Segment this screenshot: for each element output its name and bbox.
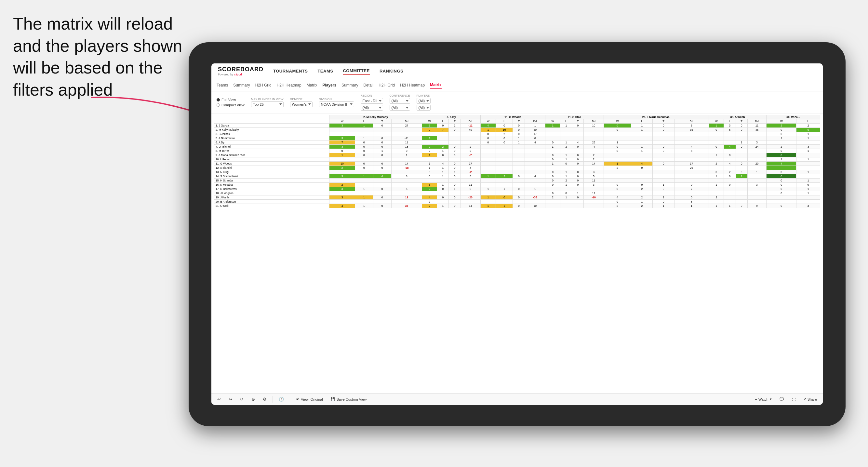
sub-l6: L bbox=[724, 119, 736, 124]
annotation-text: The matrix will reload and the players s… bbox=[13, 13, 202, 101]
toolbar-comment[interactable]: 💬 bbox=[778, 397, 786, 402]
full-view-label: Full View bbox=[221, 98, 236, 102]
col-header-schumac: 23. L Marie Schumac. bbox=[603, 115, 709, 119]
toolbar-watch[interactable]: ● Watch ▾ bbox=[753, 397, 773, 402]
division-select[interactable]: NCAA Division II NCAA Division I NCAA Di… bbox=[319, 101, 354, 107]
sub-l3: L bbox=[496, 119, 513, 124]
toolbar-settings[interactable]: ⚙ bbox=[261, 396, 269, 402]
col-header-player bbox=[214, 115, 330, 124]
comment-icon: 💬 bbox=[779, 397, 784, 401]
nav-tournaments[interactable]: TOURNAMENTS bbox=[273, 67, 308, 75]
player-name: 18. J Hodgson bbox=[214, 191, 330, 195]
matrix-content[interactable]: 2. M Kelly Mulcahy 6. A Dy 11. G Woods 2… bbox=[211, 114, 823, 393]
toolbar-clock[interactable]: 🕐 bbox=[277, 396, 286, 402]
gender-label: Gender bbox=[290, 98, 313, 101]
top-nav: SCOREBOARD Powered by clippd TOURNAMENTS… bbox=[211, 63, 823, 79]
subnav-summary[interactable]: Summary bbox=[233, 82, 250, 89]
player-name: 2. M Kelly Mulcahy bbox=[214, 128, 330, 132]
sub-dif2: Dif bbox=[461, 119, 480, 124]
subnav-detail[interactable]: Detail bbox=[363, 82, 373, 89]
player-name: 10. L Perini bbox=[214, 157, 330, 162]
table-row: 21. O Stoll 41033 21014 11010 2211 1109 … bbox=[214, 204, 820, 208]
sub-t1: T bbox=[373, 119, 391, 124]
max-players-select[interactable]: Top 25 Top 10 Top 50 bbox=[251, 101, 284, 107]
nav-committee[interactable]: COMMITTEE bbox=[343, 67, 370, 75]
radio-full-view[interactable]: Full View bbox=[217, 98, 245, 102]
logo-area: SCOREBOARD Powered by clippd bbox=[218, 66, 264, 76]
table-row: 6. A Dy 70011 0014 01425 1 13 bbox=[214, 141, 820, 145]
sub-t3: T bbox=[513, 119, 525, 124]
subnav-players[interactable]: Players bbox=[322, 82, 336, 89]
subnav-h2h-heatmap[interactable]: H2H Heatmap bbox=[277, 82, 302, 89]
players-select[interactable]: (All) bbox=[416, 98, 431, 104]
clock-icon: 🕐 bbox=[279, 397, 284, 402]
toolbar-view-original[interactable]: 👁 View: Original bbox=[294, 397, 325, 402]
sub-w7: W bbox=[766, 119, 796, 124]
nav-rankings[interactable]: RANKINGS bbox=[379, 67, 403, 75]
filter-conference: Conference (All) (All) bbox=[390, 94, 410, 111]
compact-view-label: Compact View bbox=[221, 103, 245, 107]
conference-label: Conference bbox=[390, 94, 410, 97]
conference-all-select[interactable]: (All) bbox=[390, 105, 410, 111]
toolbar-redo[interactable]: ↪ bbox=[227, 396, 234, 402]
watch-chevron: ▾ bbox=[770, 397, 772, 401]
fullscreen-icon: ⛶ bbox=[792, 397, 796, 401]
subnav-summary2[interactable]: Summary bbox=[341, 82, 358, 89]
sub-dif6: Dif bbox=[747, 119, 766, 124]
share-icon: ↗ bbox=[803, 397, 806, 401]
sub-l5: L bbox=[631, 119, 653, 124]
toolbar-zoom[interactable]: ⊕ bbox=[249, 396, 257, 402]
player-name: 5. A Nomrowski bbox=[214, 136, 330, 141]
tablet-screen: SCOREBOARD Powered by clippd TOURNAMENTS… bbox=[211, 63, 823, 405]
share-label: Share bbox=[807, 397, 817, 401]
nav-teams[interactable]: TEAMS bbox=[317, 67, 333, 75]
table-row: 15. H Stranda 02011 01 bbox=[214, 179, 820, 183]
toolbar-undo[interactable]: ↩ bbox=[215, 396, 223, 402]
player-name: 6. A Dy bbox=[214, 141, 330, 145]
conference-select[interactable]: (All) bbox=[390, 98, 410, 104]
gender-select[interactable]: Women's Men's bbox=[290, 101, 313, 107]
matrix-table: 2. M Kelly Mulcahy 6. A Dy 11. G Woods 2… bbox=[214, 115, 820, 208]
region-select[interactable]: East - DII (All) bbox=[361, 98, 383, 104]
player-name: 11. G Woods bbox=[214, 162, 330, 166]
subnav-h2h-heatmap2[interactable]: H2H Heatmap bbox=[400, 82, 425, 89]
radio-compact-view[interactable]: Compact View bbox=[217, 103, 245, 107]
toolbar-share[interactable]: ↗ Share bbox=[801, 397, 819, 402]
sub-dif5: Dif bbox=[674, 119, 709, 124]
table-row: 14. S Srichantamit 3148 0105 1204 0105 1… bbox=[214, 174, 820, 179]
sub-t4: T bbox=[572, 119, 584, 124]
subnav-h2h-grid2[interactable]: H2H Grid bbox=[378, 82, 395, 89]
filter-players: Players (All) (All) bbox=[416, 94, 431, 111]
toolbar-fullscreen[interactable]: ⛶ bbox=[790, 397, 798, 402]
region-all-select[interactable]: (All) bbox=[361, 105, 383, 111]
player-name: 9. A Maria Jimenez Rios bbox=[214, 153, 330, 157]
subnav-h2h-grid[interactable]: H2H Grid bbox=[255, 82, 272, 89]
col-header-mulcahy: 2. M Kelly Mulcahy bbox=[329, 115, 422, 119]
sub-l1: L bbox=[355, 119, 373, 124]
toolbar-refresh[interactable]: ↺ bbox=[238, 396, 246, 402]
table-row: 8. M Torres 0010 2102 0108 01 bbox=[214, 149, 820, 153]
settings-icon: ⚙ bbox=[263, 397, 267, 402]
players-all-select[interactable]: (All) bbox=[416, 105, 431, 111]
player-name: 8. M Torres bbox=[214, 149, 330, 153]
zoom-icon: ⊕ bbox=[251, 397, 255, 402]
filter-division: Division NCAA Division II NCAA Division … bbox=[319, 98, 354, 107]
sub-l7: L bbox=[797, 119, 820, 124]
col-header-dy: 6. A Dy bbox=[422, 115, 480, 119]
subnav-matrix[interactable]: Matrix bbox=[307, 82, 317, 89]
toolbar-save-custom[interactable]: 💾 Save Custom View bbox=[329, 397, 369, 402]
col-header-webb: 38. A Webb bbox=[709, 115, 766, 119]
player-name: 13. N Klug bbox=[214, 170, 330, 174]
sub-t6: T bbox=[736, 119, 747, 124]
subnav-matrix2[interactable]: Matrix bbox=[430, 81, 441, 89]
sub-l4: L bbox=[560, 119, 572, 124]
subnav-teams[interactable]: Teams bbox=[217, 82, 228, 89]
sub-w1: W bbox=[329, 119, 355, 124]
sub-nav: Teams Summary H2H Grid H2H Heatmap Matri… bbox=[211, 79, 823, 91]
toolbar-sep2 bbox=[290, 396, 290, 403]
watch-label: Watch bbox=[758, 397, 769, 401]
redo-icon: ↪ bbox=[229, 397, 232, 402]
radio-compact-dot bbox=[217, 103, 220, 107]
player-name: 19. J Kanh bbox=[214, 195, 330, 200]
refresh-icon: ↺ bbox=[240, 397, 244, 402]
